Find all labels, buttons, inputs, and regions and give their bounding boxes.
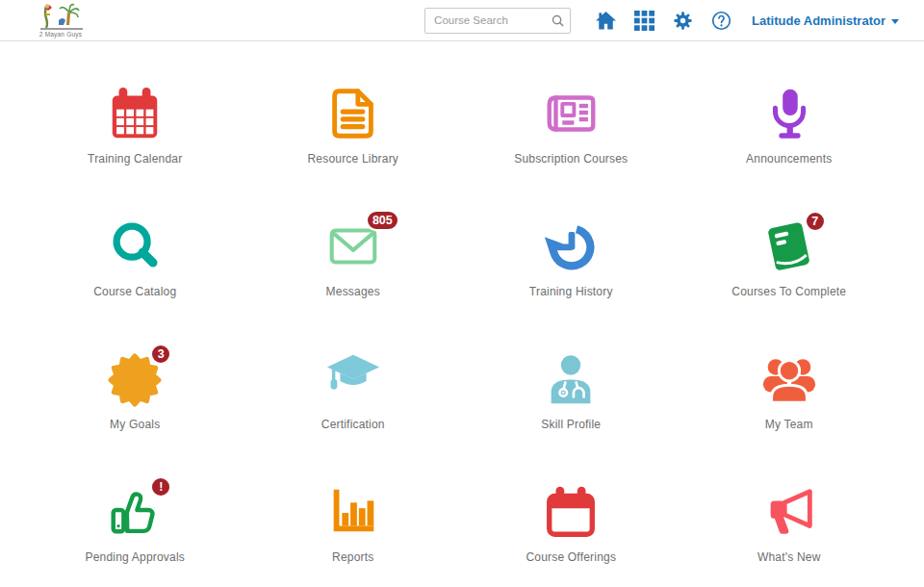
book-icon: 7 — [759, 217, 819, 276]
tile-certification[interactable]: Certification — [244, 349, 463, 482]
notification-badge: 3 — [150, 344, 171, 365]
search-icon[interactable] — [552, 13, 564, 31]
tile-my-goals[interactable]: 3My Goals — [26, 349, 244, 482]
doctor-icon — [541, 349, 601, 409]
notification-badge: 7 — [805, 211, 826, 232]
tile-label: Certification — [321, 418, 385, 431]
tile-label: Course Catalog — [93, 285, 176, 298]
tile-what-s-new[interactable]: What's New — [680, 482, 899, 587]
tile-courses-to-complete[interactable]: 7Courses To Complete — [680, 217, 899, 349]
tile-label: Messages — [326, 285, 380, 298]
tile-training-history[interactable]: Training History — [462, 217, 680, 349]
document-icon — [323, 84, 383, 143]
tile-pending-approvals[interactable]: !Pending Approvals — [26, 482, 244, 587]
tile-label: Training Calendar — [88, 152, 182, 166]
logo-caption: 2 Mayan Guys — [39, 31, 82, 38]
logo[interactable]: 2 Mayan Guys — [33, 3, 89, 38]
user-menu[interactable]: Latitude Administrator — [752, 13, 899, 28]
tile-subscription-courses[interactable]: Subscription Courses — [462, 84, 680, 217]
tile-skill-profile[interactable]: Skill Profile — [462, 349, 680, 482]
tile-label: Resource Library — [307, 152, 398, 166]
tile-label: Subscription Courses — [514, 152, 628, 166]
calendar-grid-icon — [105, 84, 165, 143]
home-icon[interactable] — [586, 11, 625, 31]
newspaper-icon — [541, 84, 601, 143]
tile-label: What's New — [757, 550, 821, 564]
bar-chart-icon — [323, 482, 383, 542]
tile-label: My Goals — [110, 418, 160, 431]
tile-label: Skill Profile — [541, 418, 601, 431]
tile-label: Training History — [529, 285, 613, 298]
microphone-icon — [759, 84, 819, 143]
tile-my-team[interactable]: My Team — [680, 349, 899, 482]
tile-course-offerings[interactable]: Course Offerings — [462, 482, 680, 587]
tile-label: My Team — [765, 418, 813, 431]
apps-grid-icon[interactable] — [625, 11, 663, 31]
chevron-down-icon — [891, 19, 899, 24]
calendar-outline-icon — [541, 482, 601, 542]
tile-course-catalog[interactable]: Course Catalog — [26, 217, 244, 349]
search-input[interactable] — [424, 8, 571, 34]
tile-label: Course Offerings — [526, 550, 616, 564]
tile-label: Announcements — [746, 152, 832, 166]
notification-badge: ! — [150, 476, 171, 498]
user-menu-label: Latitude Administrator — [752, 13, 886, 28]
magnifier-icon — [105, 217, 165, 276]
gear-icon[interactable] — [663, 11, 702, 31]
tile-announcements[interactable]: Announcements — [680, 84, 899, 217]
tile-label: Reports — [332, 550, 373, 564]
tile-resource-library[interactable]: Resource Library — [244, 84, 463, 217]
help-icon[interactable] — [702, 11, 740, 31]
course-search — [424, 8, 571, 34]
tile-reports[interactable]: Reports — [244, 482, 463, 587]
tile-training-calendar[interactable]: Training Calendar — [26, 84, 244, 217]
thumbs-up-icon: ! — [105, 482, 165, 542]
people-icon — [759, 349, 819, 409]
graduation-cap-icon — [323, 349, 383, 409]
logo-image — [33, 3, 89, 32]
history-icon — [541, 217, 601, 276]
starburst-icon: 3 — [105, 349, 165, 409]
tile-label: Pending Approvals — [86, 550, 185, 564]
tile-messages[interactable]: 805Messages — [244, 217, 463, 349]
tile-label: Courses To Complete — [732, 285, 846, 298]
envelope-icon: 805 — [323, 217, 383, 276]
notification-badge: 805 — [366, 210, 399, 231]
dashboard-tile-grid: Training CalendarResource LibrarySubscri… — [26, 41, 898, 587]
top-header: 2 Mayan Guys — [0, 0, 924, 41]
megaphone-icon — [759, 482, 819, 542]
